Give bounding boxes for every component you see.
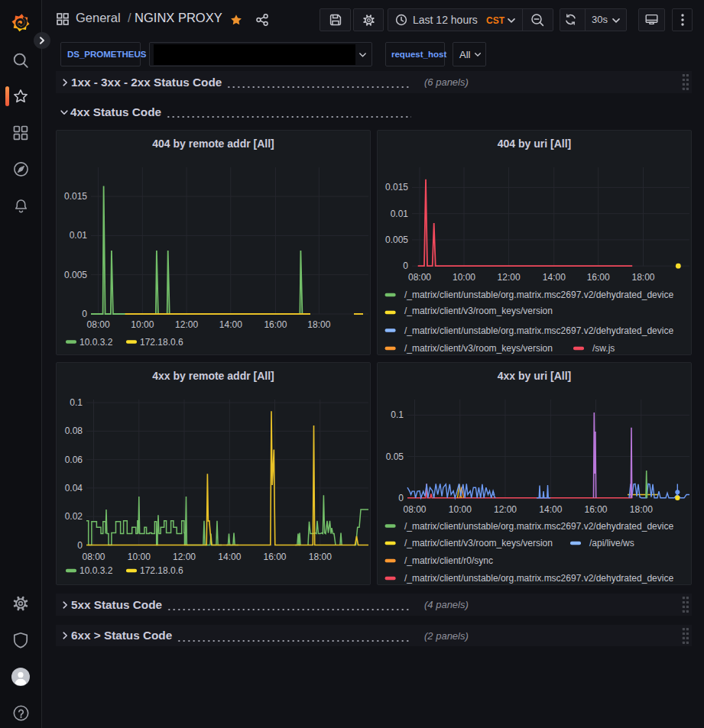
svg-text:0: 0 xyxy=(398,493,404,503)
svg-text:0.1: 0.1 xyxy=(70,397,83,408)
svg-text:16:00: 16:00 xyxy=(584,504,607,515)
svg-text:/_matrix/client/v3/room_keys/v: /_matrix/client/v3/room_keys/version xyxy=(404,538,553,548)
svg-text:0.02: 0.02 xyxy=(65,511,83,522)
svg-text:0: 0 xyxy=(77,540,83,551)
svg-text:172.18.0.6: 172.18.0.6 xyxy=(140,337,183,348)
svg-text:/_matrix/client/unstable/org.m: /_matrix/client/unstable/org.matrix.msc2… xyxy=(404,325,674,336)
svg-text:0.01: 0.01 xyxy=(70,230,88,241)
svg-text:08:00: 08:00 xyxy=(82,552,105,562)
svg-text:18:00: 18:00 xyxy=(631,272,654,283)
svg-text:16:00: 16:00 xyxy=(264,319,287,330)
svg-text:/_matrix/client/v3/room_keys/v: /_matrix/client/v3/room_keys/version xyxy=(404,306,553,316)
svg-text:10.0.3.2: 10.0.3.2 xyxy=(79,337,113,348)
svg-text:08:00: 08:00 xyxy=(403,504,426,515)
svg-text:0: 0 xyxy=(82,309,87,319)
svg-text:/_matrix/client/unstable/org.m: /_matrix/client/unstable/org.matrix.msc2… xyxy=(404,290,674,300)
svg-text:0.08: 0.08 xyxy=(65,425,83,436)
svg-text:14:00: 14:00 xyxy=(219,319,242,330)
svg-text:0.015: 0.015 xyxy=(385,182,408,193)
svg-text:0.06: 0.06 xyxy=(65,455,83,465)
svg-text:12:00: 12:00 xyxy=(173,552,196,562)
svg-text:/sw.js: /sw.js xyxy=(592,343,615,354)
svg-text:12:00: 12:00 xyxy=(175,319,198,330)
svg-text:/_matrix/client/unstable/org.m: /_matrix/client/unstable/org.matrix.msc2… xyxy=(404,573,674,584)
svg-text:0: 0 xyxy=(403,260,408,271)
svg-text:/_matrix/client/unstable/org.m: /_matrix/client/unstable/org.matrix.msc2… xyxy=(404,521,674,532)
svg-text:10.0.3.2: 10.0.3.2 xyxy=(79,565,113,576)
svg-text:10:00: 10:00 xyxy=(131,319,154,330)
svg-text:14:00: 14:00 xyxy=(218,552,241,562)
svg-text:18:00: 18:00 xyxy=(309,552,332,562)
svg-text:16:00: 16:00 xyxy=(263,552,286,562)
svg-text:08:00: 08:00 xyxy=(87,319,110,330)
svg-text:10:00: 10:00 xyxy=(128,552,151,562)
svg-text:12:00: 12:00 xyxy=(494,504,517,515)
svg-text:10:00: 10:00 xyxy=(449,504,472,515)
svg-text:14:00: 14:00 xyxy=(543,272,566,283)
svg-text:14:00: 14:00 xyxy=(539,504,562,515)
svg-text:12:00: 12:00 xyxy=(498,272,521,283)
svg-text:0.05: 0.05 xyxy=(386,451,404,462)
svg-text:172.18.0.6: 172.18.0.6 xyxy=(140,565,183,576)
svg-text:18:00: 18:00 xyxy=(630,504,653,515)
svg-text:0.01: 0.01 xyxy=(391,209,409,219)
svg-text:0.04: 0.04 xyxy=(65,483,83,493)
svg-text:08:00: 08:00 xyxy=(408,272,431,283)
svg-text:/_matrix/client/v3/room_keys/v: /_matrix/client/v3/room_keys/version xyxy=(404,343,553,354)
svg-text:0.005: 0.005 xyxy=(64,270,87,280)
svg-text:16:00: 16:00 xyxy=(587,272,610,283)
svg-text:18:00: 18:00 xyxy=(307,319,330,330)
svg-text:10:00: 10:00 xyxy=(453,272,475,283)
svg-text:0.1: 0.1 xyxy=(391,409,404,420)
svg-text:/_matrix/client/r0/sync: /_matrix/client/r0/sync xyxy=(404,555,493,566)
svg-text:/api/live/ws: /api/live/ws xyxy=(589,538,634,548)
svg-text:0.005: 0.005 xyxy=(385,235,408,245)
svg-text:0.015: 0.015 xyxy=(64,191,87,202)
